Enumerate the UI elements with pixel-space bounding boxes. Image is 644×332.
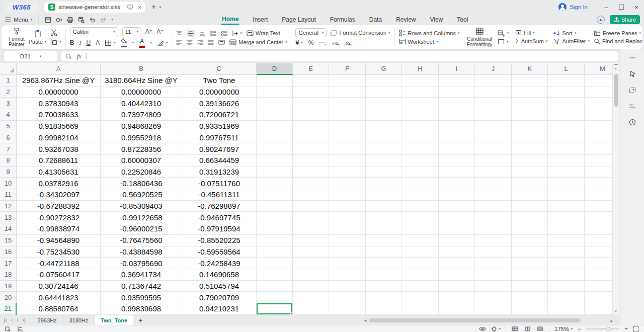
cell-M16[interactable] xyxy=(585,246,612,258)
close-document-tab-icon[interactable]: × xyxy=(137,4,141,11)
align-middle-icon[interactable] xyxy=(187,30,195,37)
zoom-in-button[interactable]: + xyxy=(624,325,628,332)
cell-I20[interactable] xyxy=(439,292,475,303)
cell-F13[interactable] xyxy=(329,212,366,223)
cell-B17[interactable]: -0.03795690 xyxy=(101,258,182,269)
last-sheet-icon[interactable]: ›| xyxy=(23,317,26,323)
cell-J3[interactable] xyxy=(475,98,512,109)
cell-D19[interactable] xyxy=(257,281,293,292)
cell-K14[interactable] xyxy=(512,223,548,235)
bold-button[interactable]: B xyxy=(70,39,74,46)
cell-G13[interactable] xyxy=(366,212,402,223)
italic-button[interactable]: I xyxy=(79,39,82,47)
cell-F12[interactable] xyxy=(329,201,366,212)
cell-A18[interactable]: -0.07560417 xyxy=(17,269,101,281)
cell-H5[interactable] xyxy=(402,121,439,132)
cell-J21[interactable] xyxy=(475,303,512,315)
cell-J4[interactable] xyxy=(475,109,512,121)
cell-C19[interactable]: 0.51045794 xyxy=(182,281,257,292)
first-sheet-icon[interactable]: |‹ xyxy=(4,317,7,323)
cell-G16[interactable] xyxy=(366,246,402,258)
increase-decimal-icon[interactable]: +.0 xyxy=(332,40,339,46)
cell-D10[interactable] xyxy=(257,178,293,189)
font-color-chevron-icon[interactable]: ▾ xyxy=(150,41,152,45)
column-header-L[interactable]: L xyxy=(548,63,585,75)
cell-J15[interactable] xyxy=(475,235,512,246)
cell-F18[interactable] xyxy=(329,269,366,281)
cell-B15[interactable]: -0.76475560 xyxy=(101,235,182,246)
tab-insert[interactable]: Insert xyxy=(252,15,268,24)
row-header-9[interactable]: 9 xyxy=(0,167,17,178)
tab-tool[interactable]: Tool xyxy=(456,15,468,24)
decrease-indent-icon[interactable] xyxy=(210,31,216,36)
row-header-19[interactable]: 19 xyxy=(0,281,17,292)
tab-data[interactable]: Data xyxy=(369,15,382,24)
cell-A1[interactable]: 2963.867Hz Sine @Y xyxy=(17,75,101,87)
scroll-down-icon[interactable]: ▼ xyxy=(614,310,617,313)
tab-page-layout[interactable]: Page Layout xyxy=(281,15,316,24)
cell-L11[interactable] xyxy=(548,189,585,201)
column-header-J[interactable]: J xyxy=(475,63,512,75)
cell-E15[interactable] xyxy=(293,235,329,246)
merge-and-center-button[interactable]: Merge and Center▾ xyxy=(229,39,287,45)
cell-A5[interactable]: 0.91835669 xyxy=(17,121,101,132)
align-top-icon[interactable] xyxy=(176,31,182,36)
cell-M8[interactable] xyxy=(585,155,612,167)
cell-J14[interactable] xyxy=(475,223,512,235)
cell-style-button[interactable]: ▾ xyxy=(498,30,509,37)
cell-M19[interactable] xyxy=(585,281,612,292)
cell-K4[interactable] xyxy=(512,109,548,121)
cell-C12[interactable]: -0.76298897 xyxy=(182,201,257,212)
undo-icon[interactable] xyxy=(89,17,96,23)
scroll-right-icon[interactable]: ► xyxy=(610,319,614,323)
cell-M20[interactable] xyxy=(585,292,612,303)
cell-E20[interactable] xyxy=(293,292,329,303)
align-bottom-icon[interactable] xyxy=(199,31,205,36)
cell-K20[interactable] xyxy=(512,292,548,303)
cell-L7[interactable] xyxy=(548,143,585,155)
cell-L10[interactable] xyxy=(548,178,585,189)
cell-E9[interactable] xyxy=(293,167,329,178)
cell-M18[interactable] xyxy=(585,269,612,281)
new-tab-button[interactable]: + xyxy=(151,3,156,12)
cell-K1[interactable] xyxy=(512,75,548,87)
cell-K7[interactable] xyxy=(512,143,548,155)
distributed-icon[interactable] xyxy=(218,40,225,45)
cell-A2[interactable]: 0.00000000 xyxy=(17,87,101,98)
paste-button[interactable]: Paste▾ xyxy=(29,30,47,45)
cell-F19[interactable] xyxy=(329,281,366,292)
cell-E11[interactable] xyxy=(293,189,329,201)
cell-K13[interactable] xyxy=(512,212,548,223)
cell-K12[interactable] xyxy=(512,201,548,212)
cell-B8[interactable]: 0.60000307 xyxy=(101,155,182,167)
row-header-3[interactable]: 3 xyxy=(0,98,17,109)
tab-home[interactable]: Home xyxy=(221,15,239,25)
cell-I7[interactable] xyxy=(439,143,475,155)
fill-color-chevron-icon[interactable]: ▾ xyxy=(132,41,134,45)
cell-D9[interactable] xyxy=(257,167,293,178)
cell-I16[interactable] xyxy=(439,246,475,258)
fill-button[interactable]: Fill▾ xyxy=(515,30,547,36)
borders-button[interactable]: ▾ xyxy=(105,39,116,46)
cell-K8[interactable] xyxy=(512,155,548,167)
currency-format-button[interactable]: ¥▾ xyxy=(295,39,302,46)
row-header-15[interactable]: 15 xyxy=(0,235,17,246)
autofilter-button[interactable]: AutoFilter▾ xyxy=(553,38,590,44)
cell-B13[interactable]: -0.99122658 xyxy=(101,212,182,223)
text-orientation-button[interactable]: ▾ xyxy=(232,31,242,36)
cell-M21[interactable] xyxy=(585,303,612,315)
cell-L12[interactable] xyxy=(548,201,585,212)
cell-B7[interactable]: 0.87228356 xyxy=(101,143,182,155)
cell-A16[interactable]: -0.75234530 xyxy=(17,246,101,258)
cell-H3[interactable] xyxy=(402,98,439,109)
pin-window-icon[interactable] xyxy=(127,5,133,10)
row-header-2[interactable]: 2 xyxy=(0,87,17,98)
adjustments-icon[interactable] xyxy=(628,102,637,111)
cell-I8[interactable] xyxy=(439,155,475,167)
cell-C7[interactable]: 0.90247697 xyxy=(182,143,257,155)
screenshot-icon[interactable] xyxy=(628,86,637,95)
cell-J11[interactable] xyxy=(475,189,512,201)
cell-D6[interactable] xyxy=(257,132,293,144)
horizontal-scroll-thumb[interactable] xyxy=(369,318,581,322)
align-center-icon[interactable] xyxy=(187,40,193,45)
